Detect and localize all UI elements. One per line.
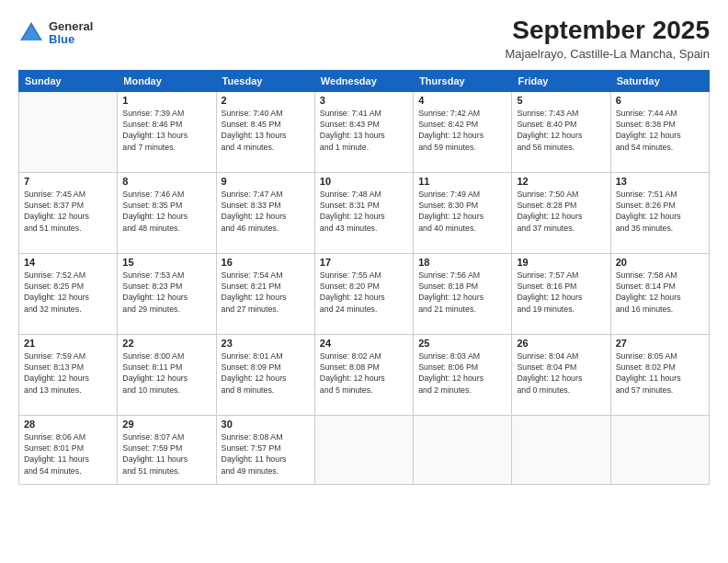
day-number: 20 [616,257,704,268]
day-info: Sunrise: 8:06 AM Sunset: 8:01 PM Dayligh… [24,431,112,477]
day-number: 22 [122,338,210,349]
day-number: 30 [222,419,310,430]
day-info: Sunrise: 7:48 AM Sunset: 8:31 PM Dayligh… [320,189,408,234]
day-number: 5 [517,95,605,106]
day-number: 2 [222,95,310,106]
day-info: Sunrise: 7:43 AM Sunset: 8:40 PM Dayligh… [517,108,605,153]
day-info: Sunrise: 8:04 AM Sunset: 8:04 PM Dayligh… [517,350,605,396]
day-info: Sunrise: 7:45 AM Sunset: 8:37 PM Dayligh… [24,189,112,234]
day-info: Sunrise: 8:03 AM Sunset: 8:06 PM Dayligh… [418,350,506,396]
day-info: Sunrise: 8:00 AM Sunset: 8:11 PM Dayligh… [122,350,210,396]
day-number: 16 [222,257,310,268]
day-info: Sunrise: 7:47 AM Sunset: 8:33 PM Dayligh… [222,189,310,234]
calendar-cell: 17Sunrise: 7:55 AM Sunset: 8:20 PM Dayli… [314,253,413,334]
weekday-header-tuesday: Tuesday [216,70,314,91]
day-info: Sunrise: 7:55 AM Sunset: 8:20 PM Dayligh… [320,270,408,315]
day-info: Sunrise: 7:51 AM Sunset: 8:26 PM Dayligh… [616,189,704,234]
calendar-cell: 24Sunrise: 8:02 AM Sunset: 8:08 PM Dayli… [314,334,413,415]
day-number: 10 [320,176,408,187]
calendar-cell: 5Sunrise: 7:43 AM Sunset: 8:40 PM Daylig… [512,91,610,172]
weekday-header-sunday: Sunday [19,70,118,91]
calendar-cell: 8Sunrise: 7:46 AM Sunset: 8:35 PM Daylig… [118,172,216,253]
calendar-cell: 13Sunrise: 7:51 AM Sunset: 8:26 PM Dayli… [610,172,709,253]
day-info: Sunrise: 7:42 AM Sunset: 8:42 PM Dayligh… [418,108,506,153]
calendar-cell: 9Sunrise: 7:47 AM Sunset: 8:33 PM Daylig… [216,172,314,253]
title-block: September 2025 Majaelrayo, Castille-La M… [505,17,710,61]
calendar-week-row: 14Sunrise: 7:52 AM Sunset: 8:25 PM Dayli… [19,253,710,334]
day-info: Sunrise: 8:05 AM Sunset: 8:02 PM Dayligh… [616,350,704,396]
day-number: 12 [517,176,605,187]
calendar-cell: 19Sunrise: 7:57 AM Sunset: 8:16 PM Dayli… [512,253,610,334]
page: General Blue September 2025 Majaelrayo, … [0,0,728,563]
calendar-cell: 14Sunrise: 7:52 AM Sunset: 8:25 PM Dayli… [19,253,118,334]
day-number: 24 [320,338,408,349]
calendar-cell: 3Sunrise: 7:41 AM Sunset: 8:43 PM Daylig… [314,91,413,172]
calendar-cell: 27Sunrise: 8:05 AM Sunset: 8:02 PM Dayli… [610,334,709,415]
day-info: Sunrise: 7:52 AM Sunset: 8:25 PM Dayligh… [24,270,112,315]
day-info: Sunrise: 7:50 AM Sunset: 8:28 PM Dayligh… [517,189,605,234]
day-info: Sunrise: 7:59 AM Sunset: 8:13 PM Dayligh… [24,350,112,396]
calendar-cell [414,415,512,484]
calendar-week-row: 7Sunrise: 7:45 AM Sunset: 8:37 PM Daylig… [19,172,710,253]
day-number: 4 [418,95,506,106]
calendar-cell [610,415,709,484]
calendar-week-row: 21Sunrise: 7:59 AM Sunset: 8:13 PM Dayli… [19,334,710,415]
day-number: 17 [320,257,408,268]
logo-text: General Blue [49,20,93,47]
calendar-cell: 15Sunrise: 7:53 AM Sunset: 8:23 PM Dayli… [118,253,216,334]
day-number: 14 [24,257,112,268]
weekday-header-friday: Friday [512,70,610,91]
day-number: 28 [24,419,112,430]
logo-blue: Blue [49,33,93,46]
calendar: SundayMondayTuesdayWednesdayThursdayFrid… [18,70,710,485]
weekday-header-thursday: Thursday [414,70,512,91]
day-info: Sunrise: 7:53 AM Sunset: 8:23 PM Dayligh… [122,270,210,315]
day-number: 21 [24,338,112,349]
weekday-header-monday: Monday [118,70,216,91]
header: General Blue September 2025 Majaelrayo, … [18,17,710,61]
calendar-cell: 20Sunrise: 7:58 AM Sunset: 8:14 PM Dayli… [610,253,709,334]
day-number: 9 [222,176,310,187]
day-number: 7 [24,176,112,187]
weekday-header-saturday: Saturday [610,70,709,91]
calendar-cell: 25Sunrise: 8:03 AM Sunset: 8:06 PM Dayli… [414,334,512,415]
calendar-cell: 2Sunrise: 7:40 AM Sunset: 8:45 PM Daylig… [216,91,314,172]
day-info: Sunrise: 7:39 AM Sunset: 8:46 PM Dayligh… [122,108,210,153]
calendar-cell: 29Sunrise: 8:07 AM Sunset: 7:59 PM Dayli… [118,415,216,484]
day-info: Sunrise: 7:49 AM Sunset: 8:30 PM Dayligh… [418,189,506,234]
day-info: Sunrise: 7:58 AM Sunset: 8:14 PM Dayligh… [616,270,704,315]
day-number: 29 [122,419,210,430]
day-info: Sunrise: 8:02 AM Sunset: 8:08 PM Dayligh… [320,350,408,396]
calendar-week-row: 1Sunrise: 7:39 AM Sunset: 8:46 PM Daylig… [19,91,710,172]
day-number: 18 [418,257,506,268]
calendar-cell: 10Sunrise: 7:48 AM Sunset: 8:31 PM Dayli… [314,172,413,253]
weekday-header-row: SundayMondayTuesdayWednesdayThursdayFrid… [19,70,710,91]
calendar-cell: 23Sunrise: 8:01 AM Sunset: 8:09 PM Dayli… [216,334,314,415]
logo-general: General [49,20,93,33]
day-info: Sunrise: 8:08 AM Sunset: 7:57 PM Dayligh… [222,431,310,477]
calendar-cell: 26Sunrise: 8:04 AM Sunset: 8:04 PM Dayli… [512,334,610,415]
calendar-cell: 11Sunrise: 7:49 AM Sunset: 8:30 PM Dayli… [414,172,512,253]
day-info: Sunrise: 7:44 AM Sunset: 8:38 PM Dayligh… [616,108,704,153]
day-info: Sunrise: 8:01 AM Sunset: 8:09 PM Dayligh… [222,350,310,396]
day-number: 15 [122,257,210,268]
calendar-cell: 21Sunrise: 7:59 AM Sunset: 8:13 PM Dayli… [19,334,118,415]
calendar-cell: 1Sunrise: 7:39 AM Sunset: 8:46 PM Daylig… [118,91,216,172]
day-info: Sunrise: 7:41 AM Sunset: 8:43 PM Dayligh… [320,108,408,153]
day-info: Sunrise: 7:57 AM Sunset: 8:16 PM Dayligh… [517,270,605,315]
day-number: 23 [222,338,310,349]
calendar-cell: 12Sunrise: 7:50 AM Sunset: 8:28 PM Dayli… [512,172,610,253]
month-title: September 2025 [505,17,710,45]
day-number: 27 [616,338,704,349]
calendar-cell [19,91,118,172]
calendar-cell: 28Sunrise: 8:06 AM Sunset: 8:01 PM Dayli… [19,415,118,484]
day-number: 1 [122,95,210,106]
calendar-cell: 16Sunrise: 7:54 AM Sunset: 8:21 PM Dayli… [216,253,314,334]
day-number: 19 [517,257,605,268]
location-subtitle: Majaelrayo, Castille-La Mancha, Spain [505,47,710,61]
weekday-header-wednesday: Wednesday [314,70,413,91]
day-number: 13 [616,176,704,187]
day-info: Sunrise: 8:07 AM Sunset: 7:59 PM Dayligh… [122,431,210,477]
calendar-cell: 18Sunrise: 7:56 AM Sunset: 8:18 PM Dayli… [414,253,512,334]
logo-icon [18,20,44,46]
